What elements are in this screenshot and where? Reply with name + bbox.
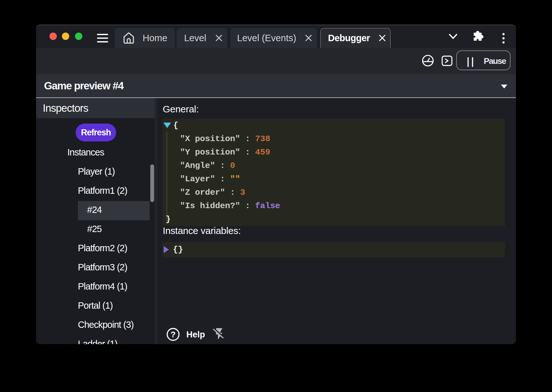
svg-text:?: ? — [171, 330, 176, 339]
